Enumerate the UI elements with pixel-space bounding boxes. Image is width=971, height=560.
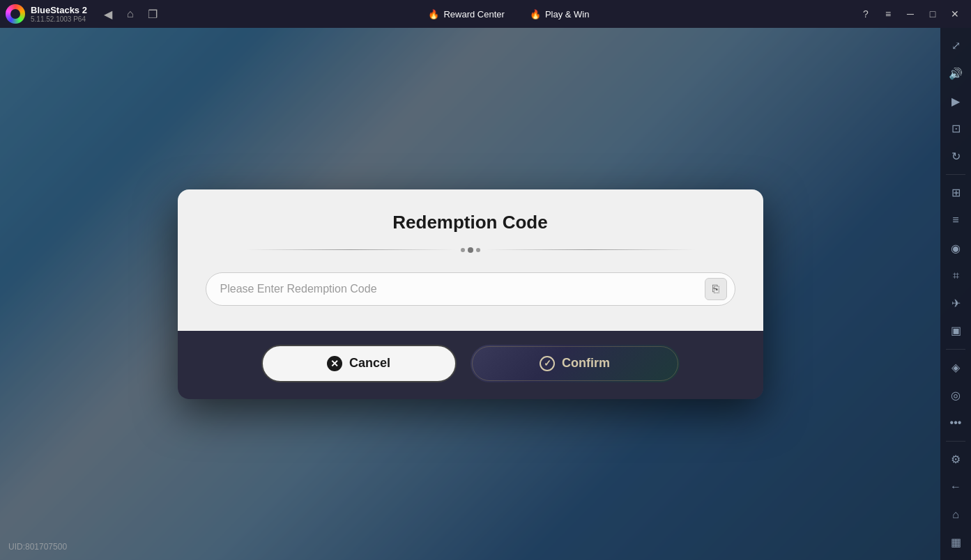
topbar: BlueStacks 2 5.11.52.1003 P64 ◀ ⌂ ❐ 🔥 Re…: [0, 0, 971, 28]
divider-dot-3: [476, 248, 480, 252]
sidebar-divider-1: [946, 174, 965, 175]
dialog-upper: Redemption Code ⎘: [178, 189, 763, 331]
tag-icon-button[interactable]: ◈: [943, 355, 968, 380]
cancel-x-icon: ✕: [327, 356, 342, 371]
media-sidebar-button[interactable]: ▦: [943, 529, 968, 554]
confirm-label: Confirm: [562, 356, 610, 371]
back-sidebar-button[interactable]: ←: [943, 474, 968, 499]
news-icon-button[interactable]: ≡: [943, 208, 968, 233]
divider-dot-2: [468, 247, 473, 253]
cancel-button[interactable]: ✕ Cancel: [261, 345, 457, 382]
screenshot-icon-button[interactable]: ⊡: [943, 116, 968, 141]
reward-center-label: Reward Center: [443, 9, 504, 20]
reward-fire-icon: 🔥: [428, 9, 439, 20]
video-icon-button[interactable]: ▶: [943, 88, 968, 114]
right-sidebar: ⤢ 🔊 ▶ ⊡ ↻ ⊞ ≡ ◉ ⌗ ✈ ▣ ◈ ◎ ••• ⚙ ← ⌂ ▦: [940, 28, 971, 560]
reward-center-button[interactable]: 🔥 Reward Center: [421, 6, 511, 22]
settings-icon-button[interactable]: ⚙: [943, 446, 968, 472]
dialog-title: Redemption Code: [206, 212, 735, 233]
minimize-button[interactable]: ─: [900, 3, 921, 24]
app-name: BlueStacks 2: [31, 5, 87, 15]
confirm-check-icon: ✓: [540, 356, 555, 371]
divider-dots: [461, 247, 480, 253]
help-button[interactable]: ?: [855, 3, 876, 24]
paste-icon: ⎘: [712, 283, 719, 295]
divider-dot-1: [461, 248, 465, 252]
play-win-fire-icon: 🔥: [530, 9, 541, 20]
play-win-button[interactable]: 🔥 Play & Win: [523, 6, 597, 22]
fullscreen-icon-button[interactable]: ⤢: [943, 33, 968, 59]
dialog-divider: [206, 247, 735, 253]
layers-icon-button[interactable]: ⊞: [943, 180, 968, 205]
paste-button[interactable]: ⎘: [705, 278, 727, 300]
app-version: 5.11.52.1003 P64: [31, 15, 87, 23]
divider-line-right: [486, 249, 695, 250]
close-button[interactable]: ✕: [945, 3, 965, 24]
app-logo: BlueStacks 2 5.11.52.1003 P64: [6, 4, 87, 24]
plane-icon-button[interactable]: ✈: [943, 290, 968, 316]
window-controls: ? ≡ ─ □ ✕: [855, 3, 965, 24]
volume-icon-button[interactable]: 🔊: [943, 61, 968, 86]
cancel-label: Cancel: [349, 356, 390, 371]
divider-line-left: [246, 249, 455, 250]
game-area: Redemption Code ⎘: [0, 28, 940, 560]
nav-buttons: ◀ ⌂ ❐: [98, 4, 162, 24]
redemption-code-input[interactable]: [206, 272, 735, 306]
camera-icon-button[interactable]: ◉: [943, 235, 968, 260]
home-nav-button[interactable]: ⌂: [121, 4, 140, 24]
topbar-center: 🔥 Reward Center 🔥 Play & Win: [162, 6, 855, 22]
sidebar-divider-3: [946, 441, 965, 442]
maximize-button[interactable]: □: [922, 3, 943, 24]
redemption-dialog: Redemption Code ⎘: [178, 189, 763, 399]
confirm-button[interactable]: ✓ Confirm: [471, 345, 680, 382]
dialog-footer: ✕ Cancel ✓ Confirm: [178, 331, 763, 399]
folder-icon-button[interactable]: ⌗: [943, 263, 968, 288]
rotate-icon-button[interactable]: ↻: [943, 143, 968, 169]
sidebar-divider-2: [946, 349, 965, 350]
phone-icon-button[interactable]: ▣: [943, 318, 968, 343]
location-icon-button[interactable]: ◎: [943, 382, 968, 407]
more-icon-button[interactable]: •••: [943, 410, 968, 435]
modal-overlay: Redemption Code ⎘: [0, 28, 940, 560]
windows-nav-button[interactable]: ❐: [143, 4, 162, 24]
menu-button[interactable]: ≡: [878, 3, 899, 24]
home-sidebar-button[interactable]: ⌂: [943, 502, 968, 527]
play-win-label: Play & Win: [545, 9, 590, 20]
input-wrapper: ⎘: [206, 272, 735, 306]
logo-icon: [6, 4, 25, 24]
back-nav-button[interactable]: ◀: [98, 4, 118, 24]
